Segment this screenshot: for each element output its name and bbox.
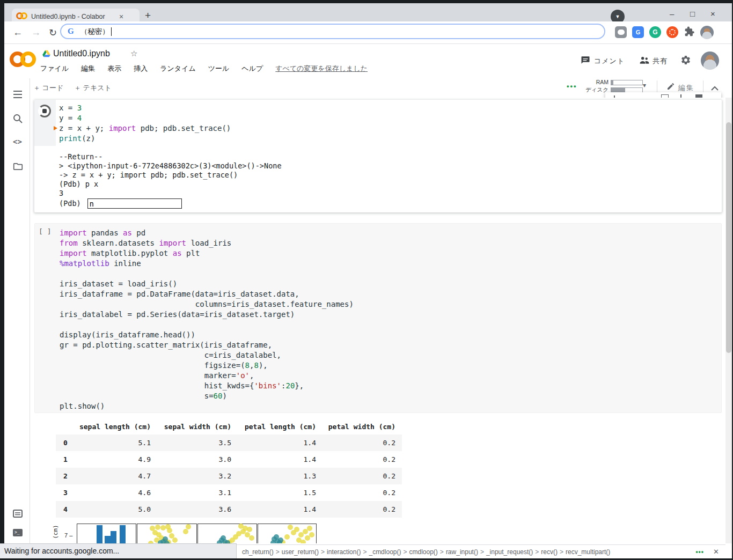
table-cell: 3.2 [151,468,231,484]
edit-pencil-icon[interactable] [666,82,675,93]
trace-item: cmdloop() [409,548,438,556]
notebook-title[interactable]: Untitled0.ipynb [53,49,110,58]
files-folder-icon[interactable] [13,162,23,173]
code-line: columns=iris_dataset.feature_names) [60,299,717,310]
code-line: gr = pd.plotting.scatter_matrix(iris_dat… [60,340,717,350]
command-palette-icon[interactable] [13,510,23,520]
line-extension-icon[interactable] [615,26,627,38]
menu-edit[interactable]: 編集 [81,64,95,73]
table-cell: 4.9 [75,451,151,468]
code-editor[interactable]: import pandas as pdfrom sklearn.datasets… [60,228,717,411]
trace-item: _input_request() [486,548,533,556]
tab-close-icon[interactable]: × [119,12,123,21]
extensions-puzzle-icon[interactable] [684,26,695,39]
back-icon[interactable]: ← [13,27,23,38]
ram-label: RAM [584,79,609,85]
add-text-button[interactable]: ＋ テキスト [74,83,112,93]
code-line: hist_kwds={'bins':20}, [60,381,717,391]
output-line: -> z = x + y; import pdb; pdb.set_trace(… [59,171,717,180]
search-icon[interactable] [13,114,23,126]
share-button[interactable]: 共有 [653,56,668,66]
scrollbar-thumb[interactable] [726,122,731,353]
menu-insert[interactable]: 挿入 [134,64,148,73]
share-icon[interactable] [639,56,650,67]
code-line [60,320,717,330]
address-bar[interactable]: G （秘密） [60,24,605,39]
notebook-scroll-area[interactable]: x = 3y = 4z = x + y; import pdb; pdb.set… [30,98,725,543]
menu-view[interactable]: 表示 [107,64,121,73]
table-cell: 1.4 [231,451,316,468]
output-line: (Pdb) p x [59,180,717,189]
window-minimize-button[interactable]: – [670,9,674,18]
resources-dropdown-icon[interactable]: ▾ [643,82,646,89]
figure-ylabel: (cm) [52,525,59,539]
code-snippets-icon[interactable]: <> [13,137,22,146]
column-header: sepal width (cm) [151,419,231,434]
google-g-icon: G [68,27,74,36]
output-line: --Return-- [59,152,717,161]
table-cell: 3.0 [151,451,231,468]
trace-close-icon[interactable]: ✕ [713,548,719,556]
terminal-icon[interactable]: >_ [13,529,23,536]
table-cell: 3.6 [151,501,231,518]
settings-gear-icon[interactable] [680,55,691,68]
menu-tools[interactable]: ツール [208,64,230,73]
table-of-contents-icon[interactable] [13,90,23,101]
edit-mode-button[interactable]: 編集 [678,83,694,93]
translate-extension-icon[interactable]: G [632,26,644,38]
address-bar-text: （秘密） [80,27,109,36]
code-line: import pandas as pd [60,228,717,238]
window-close-button[interactable]: × [710,9,715,18]
code-line: iris_dataframe = pd.DataFrame(data=iris_… [60,289,717,299]
user-avatar[interactable] [701,51,719,70]
code-line: iris_dataset = load_iris() [60,279,717,289]
table-cell: 4.6 [75,484,151,501]
stop-execution-icon[interactable] [38,105,51,117]
output-line: > <ipython-input-6-772e4886302c>(3)<modu… [59,161,717,171]
menu-help[interactable]: ヘルプ [241,64,263,73]
table-row: 34.63.11.50.2 [56,484,402,501]
forward-icon[interactable]: → [31,27,41,38]
execution-indicator[interactable]: [ ] [39,227,51,235]
code-line: marker='o', [60,371,717,381]
menu-file[interactable]: ファイル [40,64,69,73]
code-line: %matplotlib inline [60,259,717,269]
figure-ytick: 7 – [64,532,72,539]
code-line: y = 4 [59,113,717,123]
code-cell-2[interactable]: [ ] import pandas as pdfrom sklearn.data… [34,223,722,413]
cell-output: --Return--> <ipython-input-6-772e4886302… [59,152,717,209]
star-icon[interactable]: ☆ [130,49,137,58]
table-cell: 5.0 [75,501,151,518]
trace-item: raw_input() [446,548,478,556]
pdb-stdin-input[interactable] [87,198,182,209]
code-editor[interactable]: x = 3y = 4z = x + y; import pdb; pdb.set… [59,103,717,144]
new-tab-button[interactable]: + [145,10,151,21]
cell-gutter [34,100,56,146]
table-cell: 0.2 [316,434,395,451]
window-maximize-button[interactable]: □ [690,9,695,18]
left-sidebar: <> >_ [4,78,30,543]
code-line: iris_datalabel = pd.Series(data=iris_dat… [60,310,717,320]
scatter-panel [197,524,257,543]
loading-status-text: Waiting for accounts.google.com... [4,547,119,555]
comment-icon[interactable] [581,55,590,67]
save-status-link[interactable]: すべての変更を保存しました [275,64,368,73]
orange-extension-icon[interactable] [666,26,678,38]
code-cell-1[interactable]: x = 3y = 4z = x + y; import pdb; pdb.set… [34,100,722,212]
menu-runtime[interactable]: ランタイム [160,64,196,73]
connecting-dots-indicator: ••• [567,82,577,90]
table-cell: 1.5 [231,484,316,501]
code-line: z = x + y; import pdb; pdb.set_trace() [59,123,717,134]
reload-icon[interactable]: ↻ [49,27,57,39]
table-row: 24.73.21.30.2 [56,468,402,484]
colab-logo[interactable] [10,51,36,69]
table-row: 05.13.51.40.2 [56,434,402,451]
add-code-button[interactable]: ＋ コード [33,83,63,93]
drive-icon [42,49,51,60]
grammarly-extension-icon[interactable]: G [649,26,661,38]
code-line: s=60) [60,391,717,401]
table-cell: 0.2 [316,501,395,518]
comment-button[interactable]: コメント [594,56,625,66]
browser-profile-avatar[interactable] [700,26,714,39]
code-line [60,269,717,279]
